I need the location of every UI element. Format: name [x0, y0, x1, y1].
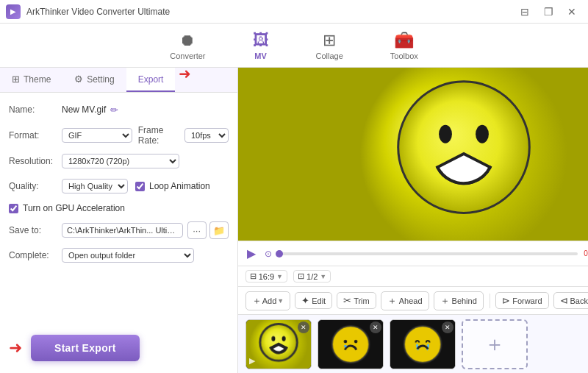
complete-row: Complete: Open output folder Do nothing: [9, 246, 229, 265]
quality-row: Quality: High Quality Medium Quality Low…: [9, 177, 229, 196]
nav-mv[interactable]: 🖼 MV: [244, 28, 278, 63]
close-button[interactable]: ✕: [562, 4, 582, 19]
ahead-icon: ＋: [387, 294, 397, 308]
name-value: New MV.gif: [62, 104, 106, 115]
complete-select[interactable]: Open output folder Do nothing: [62, 248, 194, 263]
tab-export[interactable]: Export ➜: [126, 68, 176, 92]
loop-animation-label[interactable]: Loop Animation: [135, 181, 210, 191]
forward-icon: ⊳: [502, 295, 510, 306]
gpu-label[interactable]: Turn on GPU Acceleration: [9, 203, 125, 213]
saveto-path-input[interactable]: [62, 223, 183, 238]
browse-more-button[interactable]: ···: [187, 221, 207, 239]
toolbox-icon: 🧰: [394, 31, 414, 50]
scale-select[interactable]: ⊡ 1/2 ▼: [293, 270, 331, 283]
progress-dot: [276, 250, 283, 257]
left-panel: ⊞ Theme ⚙ Setting Export ➜ Name: New MV.…: [0, 68, 238, 373]
backward-button[interactable]: ⊲ Backward: [553, 292, 589, 309]
quality-select[interactable]: High Quality Medium Quality Low Quality: [62, 179, 128, 193]
scale-icon: ⊡: [298, 271, 304, 281]
titlebar: ▶ ArkThinker Video Converter Ultimate ⊟ …: [0, 0, 588, 24]
nav-toolbox[interactable]: 🧰 Toolbox: [381, 28, 427, 63]
format-row: Format: GIF MP4 MOV AVI Frame Rate: 10fp…: [9, 125, 229, 146]
export-area: ➜ Start Export: [0, 323, 237, 373]
theme-tab-icon: ⊞: [12, 74, 20, 85]
export-arrow-indicator: ➜: [179, 65, 191, 82]
add-arrow: ▼: [277, 297, 284, 305]
edit-button[interactable]: ✦ Edit: [295, 292, 332, 309]
behind-button[interactable]: ＋ Behind: [434, 291, 484, 310]
start-export-arrow: ➜: [9, 338, 22, 358]
resolution-select[interactable]: 1280x720 (720p) 1920x1080 (1080p) 640x48…: [62, 154, 179, 168]
film-thumb-1: ✕ ▶: [245, 319, 312, 369]
nav-collage[interactable]: ⊞ Collage: [307, 28, 352, 63]
setting-tab-icon: ⚙: [74, 74, 83, 85]
trim-button[interactable]: ✂ Trim: [337, 292, 376, 309]
add-media-button[interactable]: ＋: [462, 319, 528, 369]
loop-animation-checkbox[interactable]: [135, 182, 145, 191]
remove-thumb-1[interactable]: ✕: [298, 322, 309, 333]
minimize-button[interactable]: ⊟: [514, 4, 535, 19]
format-select[interactable]: GIF MP4 MOV AVI: [62, 128, 132, 143]
add-button[interactable]: ＋ Add ▼: [245, 291, 291, 310]
settings-tabs: ⊞ Theme ⚙ Setting Export ➜: [0, 68, 237, 93]
behind-icon: ＋: [440, 294, 450, 308]
right-panel: ▶ ⊙ 00:00:00.00/00:00:15.00 🔊 ⊟ 16:9 ▼ ⊡…: [238, 68, 588, 373]
backward-icon: ⊲: [560, 295, 568, 306]
ahead-button[interactable]: ＋ Ahead: [381, 291, 429, 310]
edit-icon: ✦: [301, 295, 309, 306]
app-title: ArkThinker Video Converter Ultimate: [26, 7, 514, 17]
player-controls: ▶ ⊙ 00:00:00.00/00:00:15.00 🔊: [238, 241, 588, 266]
add-icon: ＋: [252, 294, 262, 308]
progress-bar[interactable]: [279, 252, 578, 255]
gpu-checkbox[interactable]: [9, 204, 18, 213]
saveto-row: Save to: ··· 📁: [9, 221, 229, 240]
aspect-ratio-select[interactable]: ⊟ 16:9 ▼: [245, 270, 287, 283]
aspect-ratio-icon: ⊟: [250, 271, 257, 281]
settings-form: Name: New MV.gif ✏ Format: GIF MP4 MOV A…: [0, 93, 237, 323]
main-content: ⊞ Theme ⚙ Setting Export ➜ Name: New MV.…: [0, 68, 588, 373]
stop-button[interactable]: ⊙: [263, 249, 273, 259]
converter-icon: ⏺: [179, 31, 196, 50]
resolution-row: Resolution: 1280x720 (720p) 1920x1080 (1…: [9, 152, 229, 171]
remove-thumb-3[interactable]: ✕: [442, 322, 453, 333]
film-thumb-3: ✕: [390, 319, 456, 369]
framerate-select[interactable]: 10fps 24fps 30fps 60fps: [184, 128, 229, 143]
time-display: 00:00:00.00/00:00:15.00: [584, 249, 588, 257]
forward-button[interactable]: ⊳ Forward: [495, 292, 548, 309]
tab-setting[interactable]: ⚙ Setting: [62, 68, 126, 92]
edit-name-icon[interactable]: ✏: [110, 104, 118, 116]
tab-theme[interactable]: ⊞ Theme: [0, 68, 62, 92]
collage-icon: ⊞: [323, 31, 336, 50]
player-options: ⊟ 16:9 ▼ ⊡ 1/2 ▼ Start Export: [238, 266, 588, 286]
aspect-ratio-arrow: ▼: [276, 273, 283, 280]
bottom-toolbar: ＋ Add ▼ ✦ Edit ✂ Trim ＋ Ahead ＋ Behind: [238, 286, 588, 314]
film-thumb-2: ✕: [318, 319, 384, 369]
mv-icon: 🖼: [253, 31, 269, 50]
play-button[interactable]: ▶: [245, 246, 257, 260]
start-export-button[interactable]: Start Export: [31, 335, 140, 361]
nav-converter[interactable]: ⏺ Converter: [161, 28, 214, 63]
browse-folder-button[interactable]: 📁: [209, 221, 229, 239]
app-icon: ▶: [6, 4, 21, 19]
trim-icon: ✂: [343, 295, 351, 306]
name-row: Name: New MV.gif ✏: [9, 100, 229, 119]
top-navigation: ⏺ Converter 🖼 MV ⊞ Collage 🧰 Toolbox: [0, 24, 588, 68]
preview-canvas: [238, 68, 588, 241]
scale-arrow: ▼: [320, 273, 326, 280]
filmstrip: ✕ ▶ ✕ ✕ ＋: [238, 314, 588, 373]
maximize-button[interactable]: ❐: [538, 4, 559, 19]
preview-area: [238, 68, 588, 241]
play-thumb-1[interactable]: ▶: [249, 356, 255, 366]
remove-thumb-2[interactable]: ✕: [370, 322, 381, 333]
gpu-row: Turn on GPU Acceleration: [9, 202, 229, 215]
window-controls: ⊟ ❐ ✕: [514, 4, 582, 19]
